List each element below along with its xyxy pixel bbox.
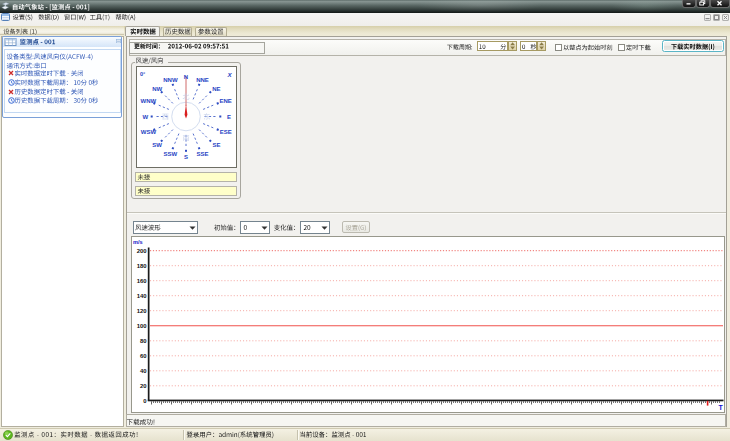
svg-text:20: 20	[140, 383, 147, 389]
svg-text:40: 40	[140, 368, 147, 374]
svg-text:0: 0	[143, 398, 147, 404]
svg-text:100: 100	[137, 323, 148, 329]
svg-text:180: 180	[137, 263, 148, 269]
svg-text:140: 140	[137, 293, 148, 299]
svg-text:60: 60	[140, 353, 147, 359]
svg-text:T: T	[719, 404, 724, 411]
svg-text:m/s: m/s	[133, 239, 143, 245]
svg-text:160: 160	[137, 278, 148, 284]
svg-text:200: 200	[137, 248, 148, 254]
svg-text:80: 80	[140, 338, 147, 344]
svg-text:120: 120	[137, 308, 148, 314]
